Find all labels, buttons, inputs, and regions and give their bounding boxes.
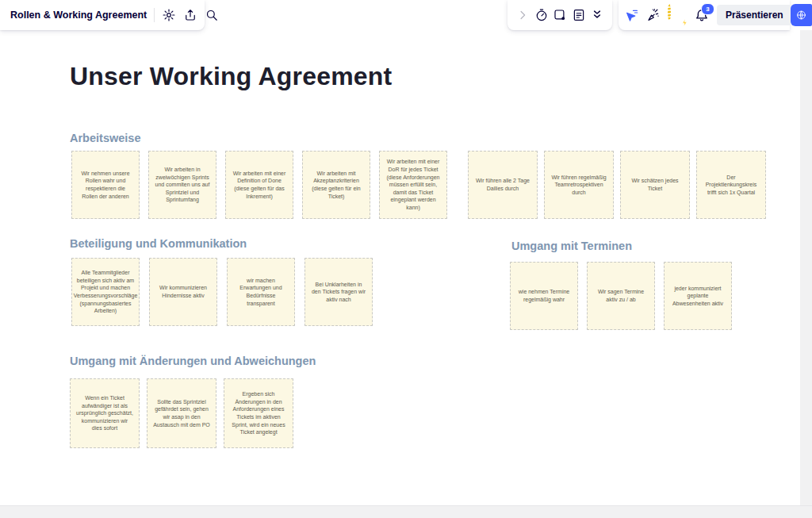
notifications-bell-icon[interactable]: 3 xyxy=(694,7,710,23)
notes-icon[interactable] xyxy=(572,8,586,22)
beteiligung-notes: Alle Teammitglieder beteiligen sich akti… xyxy=(71,258,373,326)
follow-cursor-icon[interactable] xyxy=(625,8,639,22)
sticky-note[interactable]: Wir schätzen jedes Ticket xyxy=(620,151,690,219)
canvas-right-gutter xyxy=(800,30,812,506)
sticky-note[interactable]: Wir führen alle 2 Tage Dailies durch xyxy=(468,151,538,219)
app-window: Unser Working Agreement Arbeitsweise Wir… xyxy=(0,0,812,518)
section-title-termine: Umgang mit Terminen xyxy=(511,240,632,252)
arbeitsweise-notes-left: Wir nehmen unsere Rollen wahr und respek… xyxy=(71,151,447,219)
sticky-note[interactable]: jeder kommuniziert geplante Abwesenheite… xyxy=(664,262,732,330)
user-avatar[interactable] xyxy=(668,6,687,25)
globe-icon xyxy=(795,9,807,21)
sticky-note[interactable]: Wir arbeiten mit einer Definition of Don… xyxy=(225,151,293,219)
sticky-note[interactable]: Alle Teammitglieder beteiligen sich akti… xyxy=(71,258,140,326)
sticky-note[interactable]: Wir nehmen unsere Rollen wahr und respek… xyxy=(71,151,140,219)
sticky-note[interactable]: wir machen Erwartungen und Bedürfnisse t… xyxy=(227,258,295,326)
search-icon[interactable] xyxy=(205,8,219,22)
aenderungen-notes: Wenn ein Ticket aufwändiger ist als ursp… xyxy=(70,378,293,448)
sticky-note[interactable]: Wenn ein Ticket aufwändiger ist als ursp… xyxy=(70,378,140,448)
sticky-note[interactable]: Der Projektlenkungskreis trifft sich 1x … xyxy=(696,151,766,219)
frame-icon[interactable] xyxy=(553,8,567,22)
expand-chevron-icon[interactable] xyxy=(515,8,530,22)
board-name[interactable]: Rollen & Working Agreement xyxy=(10,10,147,21)
export-icon[interactable] xyxy=(183,8,197,22)
sticky-note[interactable]: Wir arbeiten mit einer DoR für jedes Tic… xyxy=(379,151,447,219)
sticky-note[interactable]: Ergeben sich Änderungen in den Anforderu… xyxy=(224,378,293,448)
share-button[interactable] xyxy=(791,4,812,26)
collaboration-toolbar: 3 Präsentieren xyxy=(619,0,790,30)
reactions-icon[interactable] xyxy=(646,8,661,22)
section-title-aenderungen: Umgang mit Änderungen und Abweichungen xyxy=(70,355,316,367)
arbeitsweise-notes-right: Wir führen alle 2 Tage Dailies durch Wir… xyxy=(468,151,766,219)
lightning-icon xyxy=(680,18,689,27)
sticky-note[interactable]: wie nehmen Termine regelmäßig wahr xyxy=(510,262,578,330)
page-title: Unser Working Agreement xyxy=(70,62,392,91)
avatar-ring xyxy=(668,4,671,21)
horizontal-scrollbar-track[interactable] xyxy=(0,505,812,518)
divider xyxy=(154,8,155,22)
section-title-arbeitsweise: Arbeitsweise xyxy=(70,132,140,144)
sticky-note[interactable]: Wir arbeiten in zweiwöchigen Sprints und… xyxy=(148,151,216,219)
section-title-beteiligung: Beteiligung und Kommunikation xyxy=(70,237,247,250)
sticky-note[interactable]: Wir kommunizieren Hindernisse aktiv xyxy=(149,258,217,326)
present-button[interactable]: Präsentieren xyxy=(717,5,792,25)
sticky-note[interactable]: Bei Unklarheiten in den Tickets fragen w… xyxy=(304,258,373,326)
timer-icon[interactable] xyxy=(534,8,549,22)
sticky-note[interactable]: Wir arbeiten mit Akzeptanzkriterien (die… xyxy=(302,151,370,219)
facilitation-toolbar xyxy=(508,0,612,30)
sticky-note[interactable]: Wir führen regelmäßig Teamretrospektiven… xyxy=(544,151,614,219)
termine-notes: wie nehmen Termine regelmäßig wahr Wir s… xyxy=(510,262,732,330)
notification-badge: 3 xyxy=(701,3,714,15)
sticky-note[interactable]: Sollte das Sprintziel gefährdet sein, ge… xyxy=(147,378,216,448)
collapse-chevrons-icon[interactable] xyxy=(590,8,604,22)
settings-icon[interactable] xyxy=(162,8,176,22)
board-title-bar: Rollen & Working Agreement xyxy=(0,0,205,30)
sticky-note[interactable]: Wir sagen Termine aktiv zu / ab xyxy=(587,262,655,330)
